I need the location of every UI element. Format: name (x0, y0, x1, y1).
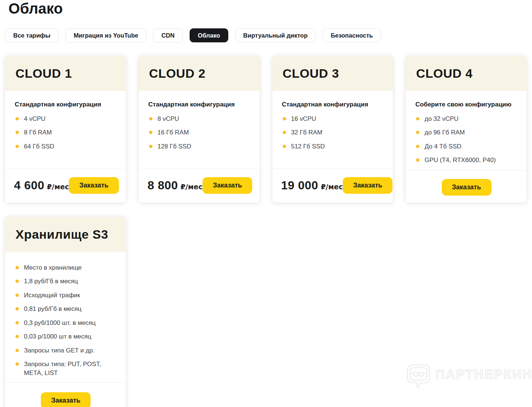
card-title: CLOUD 1 (15, 66, 72, 81)
feature-list: 8 vCPU 16 Гб RAM 128 Гб SSD (148, 115, 250, 151)
feature-label: 0,03 р/1000 шт в месяц (24, 332, 91, 341)
feature-label: GPU (T4, RTX6000, P40) (424, 156, 496, 164)
card-header: CLOUD 3 (272, 56, 393, 91)
tab-youtube-migration[interactable]: Миграция из YouTube (66, 28, 147, 42)
feature-list: до 32 vCPU до 96 Гб RAM До 4 Тб SSD GPU … (415, 115, 517, 165)
feature-item: 128 Гб SSD (148, 142, 250, 151)
feature-label: 8 Гб RAM (24, 128, 52, 137)
feature-label: 0,3 руб/1000 шт. в месяц (24, 319, 96, 327)
order-button[interactable]: Заказать (343, 177, 392, 194)
bullet-dot-icon (416, 117, 419, 120)
bullet-dot-icon (283, 145, 286, 148)
price-unit: ₽/мес (180, 183, 202, 191)
bullet-dot-icon (283, 131, 286, 134)
card-subtitle: Соберите свою конфигурацию (415, 101, 517, 108)
feature-label: 8 vCPU (158, 115, 179, 123)
feature-list: Место в хранилище 1,8 руб/Гб в месяц Исх… (15, 263, 116, 377)
card-body: Место в хранилище 1,8 руб/Гб в месяц Исх… (5, 252, 126, 382)
feature-label: 128 Гб SSD (158, 142, 191, 151)
feature-item: 16 vCPU (282, 115, 384, 123)
pricing-card-cloud-4: CLOUD 4 Соберите свою конфигурацию до 32… (406, 56, 526, 203)
card-footer: Заказать (5, 382, 126, 407)
card-title: CLOUD 4 (416, 66, 472, 81)
card-title: CLOUD 3 (283, 66, 339, 81)
feature-label: 16 vCPU (291, 115, 316, 123)
bullet-dot-icon (416, 131, 419, 134)
feature-item: GPU (T4, RTX6000, P40) (415, 156, 517, 164)
feature-item: Запросы типа: PUT, POST, МЕТА, LIST (15, 360, 116, 377)
price: 8 800 ₽/мес (148, 179, 202, 192)
tab-security[interactable]: Безопасность (323, 28, 381, 42)
bullet-dot-icon (149, 117, 152, 120)
card-title: Хранилище S3 (15, 227, 108, 242)
order-button[interactable]: Заказать (41, 392, 91, 407)
feature-label: Исходящий трафик (24, 291, 80, 299)
feature-list: 16 vCPU 32 Гб RAM 512 Гб SSD (282, 115, 384, 151)
card-subtitle: Стандартная конфигурация (282, 101, 384, 108)
card-subtitle: Стандартная конфигурация (148, 101, 250, 108)
feature-item: 4 vCPU (15, 115, 116, 123)
feature-label: До 4 Тб SSD (424, 142, 461, 151)
order-button[interactable]: Заказать (202, 177, 252, 194)
bullet-dot-icon (15, 335, 19, 338)
feature-label: 0,81 руб/Гб в месяц (24, 305, 81, 313)
bullet-dot-icon (15, 294, 19, 297)
page-title: Облако (5, 0, 526, 17)
feature-label: Запросы типа: PUT, POST, МЕТА, LIST (24, 360, 116, 377)
bullet-dot-icon (15, 117, 19, 120)
pricing-card-cloud-2: CLOUD 2 Стандартная конфигурация 8 vCPU … (139, 56, 260, 203)
tab-cdn[interactable]: CDN (153, 28, 183, 42)
pricing-card-storage-s3: Хранилище S3 Место в хранилище 1,8 руб/Г… (5, 217, 126, 407)
card-footer: 8 800 ₽/мес Заказать (139, 168, 260, 203)
tariff-tabs: Все тарифы Миграция из YouTube CDN Облак… (5, 28, 526, 42)
price-value: 4 600 (14, 179, 45, 192)
bullet-dot-icon (416, 158, 419, 162)
card-header: Хранилище S3 (5, 217, 126, 252)
feature-label: 4 vCPU (24, 115, 46, 123)
storage-cards-row: Хранилище S3 Место в хранилище 1,8 руб/Г… (5, 217, 526, 407)
feature-label: до 32 vCPU (424, 115, 458, 123)
price-unit: ₽/мес (47, 183, 69, 191)
card-footer: 19 000 ₽/мес Заказать (272, 168, 393, 203)
feature-label: 1,8 руб/Гб в месяц (24, 277, 78, 285)
feature-item: Исходящий трафик (15, 291, 116, 299)
card-header: CLOUD 2 (139, 56, 260, 91)
price-value: 19 000 (281, 179, 318, 192)
card-subtitle: Стандартная конфигурация (15, 101, 116, 108)
bullet-dot-icon (15, 266, 19, 269)
bullet-dot-icon (15, 131, 19, 134)
feature-label: 16 Гб RAM (158, 128, 189, 137)
pricing-card-cloud-3: CLOUD 3 Стандартная конфигурация 16 vCPU… (272, 56, 393, 203)
order-button[interactable]: Заказать (69, 177, 119, 194)
card-footer: 4 600 ₽/мес Заказать (5, 168, 126, 203)
feature-item: 512 Гб SSD (282, 142, 384, 151)
card-body: Соберите свою конфигурацию до 32 vCPU до… (406, 91, 526, 170)
card-body: Стандартная конфигурация 4 vCPU 8 Гб RAM… (5, 91, 126, 168)
bullet-dot-icon (15, 321, 19, 324)
card-header: CLOUD 4 (406, 56, 526, 91)
order-button[interactable]: Заказать (442, 179, 492, 196)
feature-label: 64 Гб SSD (24, 142, 54, 151)
bullet-dot-icon (15, 349, 19, 352)
bullet-dot-icon (15, 362, 19, 366)
feature-label: 32 Гб RAM (291, 128, 323, 137)
feature-item: 32 Гб RAM (282, 128, 384, 137)
bullet-dot-icon (15, 307, 19, 310)
feature-label: 512 Гб SSD (291, 142, 325, 151)
bullet-dot-icon (149, 145, 152, 148)
card-title: CLOUD 2 (149, 66, 205, 81)
feature-label: Запросы типа GET и др. (24, 346, 95, 355)
price: 19 000 ₽/мес (281, 179, 343, 192)
tab-virtual-speaker[interactable]: Виртуальный диктор (235, 28, 316, 42)
bullet-dot-icon (15, 280, 19, 283)
tab-all-tariffs[interactable]: Все тарифы (5, 28, 59, 42)
card-header: CLOUD 1 (5, 56, 126, 91)
tab-cloud[interactable]: Облако (190, 28, 228, 42)
feature-item: Место в хранилище (15, 263, 116, 272)
bullet-dot-icon (416, 145, 419, 148)
cloud-pricing-page: Облако Все тарифы Миграция из YouTube CD… (0, 0, 532, 407)
price-unit: ₽/мес (321, 183, 343, 191)
feature-item: до 96 Гб RAM (415, 128, 517, 137)
feature-item: 0,3 руб/1000 шт. в месяц (15, 319, 116, 327)
bullet-dot-icon (283, 117, 286, 120)
